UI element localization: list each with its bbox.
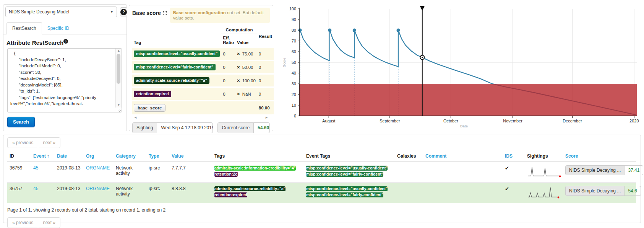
org-link[interactable]: ORGNAME [86,165,110,171]
sightings-sparkline [525,162,563,183]
column-header-type[interactable]: Type [146,151,169,162]
horizontal-scrollbar[interactable]: ◄ ► [132,116,270,119]
attribute-type: ip-src [146,162,169,183]
check-icon: ✔ [505,186,509,192]
tab-specific-id[interactable]: Specific ID [42,23,75,34]
scrollbar-thumb[interactable] [117,54,120,84]
tag-pill[interactable]: misp:confidence-level="usually-confident… [306,186,388,191]
resize-grip-icon[interactable] [117,107,121,112]
column-header-score[interactable]: Score [563,151,636,162]
multiply-icon: × [237,78,240,83]
base-score-row: misp:confidence-level="fairly-confident"… [132,60,274,74]
next-page-button[interactable]: next » [38,138,60,148]
previous-page-button[interactable]: « previous [8,218,38,228]
column-header-category[interactable]: Category [114,151,146,162]
search-button[interactable]: Search [7,117,35,127]
tab-restsearch[interactable]: RestSearch [6,22,42,34]
tag-pill: admiralty-scale:source-reliability="a" [134,77,209,84]
decay-score-box[interactable]: NIDS Simple Decaying ... 37.41 [565,165,643,175]
pagination-top: « previous next » [7,137,60,148]
multiply-icon: × [237,64,240,70]
tag-pill[interactable]: misp:confidence-level="usually-confident… [306,166,388,171]
decay-score-value: 37.41 [625,166,643,175]
sparkline-chart [527,165,561,178]
latest-sighting-dot [558,197,560,199]
next-page-button[interactable]: next » [38,218,60,228]
base-score-warning: Base score configuration not set. But de… [170,8,270,23]
ids-flag: ✔ [503,162,525,183]
x-tick-label: December [563,119,582,123]
result-value: 0 [257,60,274,74]
tag-pill: retention:expired [134,91,171,97]
y-tick-label: 100 [289,7,296,11]
tag-pill[interactable]: retention:expired [214,192,247,197]
previous-page-button[interactable]: « previous [8,138,38,148]
tag-pill[interactable]: admiralty-scale:information-credibility=… [214,166,296,171]
org-link[interactable]: ORGNAME [86,186,110,191]
scroll-down-icon[interactable]: ▼ [116,103,122,107]
event-link[interactable]: 45 [33,186,38,191]
x-tick-label: October [443,119,458,123]
misp-decaying-model-tool: NIDS Simple Decaying Model ▼ ? RestSearc… [0,0,644,228]
x-tick-label: September [380,119,400,123]
decaying-model-select[interactable]: NIDS Simple Decaying Model ▼ [5,7,117,17]
sighting-label: Sighting [133,123,157,133]
latest-sighting-dot [559,176,561,178]
col-header-tag: Tag [132,26,221,47]
restsearch-query-textarea[interactable]: { "includeDecayScore": 1, "includeFullMo… [7,48,122,112]
event-tags: misp:confidence-level="usually-confident… [304,183,395,204]
tag-pill[interactable]: misp:confidence-level="fairly-confident" [306,192,383,197]
sighting-point [396,29,400,32]
decaying-model-select-value: NIDS Simple Decaying Model [9,9,69,15]
model-help-button[interactable]: ? [120,7,127,16]
decay-model-name: NIDS Simple Decaying ... [566,186,625,195]
decay-score-box[interactable]: NIDS Simple Decaying ... 54.6 [565,186,641,196]
sighting-group: Sighting Wed Sep 4 12:18:09 2019 [132,122,213,133]
search-tabs: RestSearchSpecific ID [3,20,127,34]
current-score-value: 54.60 [254,123,270,133]
sighting-point [353,29,356,32]
expand-icon[interactable] [163,11,167,15]
tag-pill[interactable]: admiralty-scale:source-reliability="a" [214,186,286,191]
textarea-scrollbar[interactable]: ▲ ▼ [115,49,122,107]
tag-pill: misp:confidence-level="usually-confident… [134,50,220,57]
x-tick-label: 2020 [629,119,639,123]
column-header-value[interactable]: Value [169,151,212,162]
col-header-eff-ratio: Eff. Ratio [221,34,235,47]
tag-pill[interactable]: retention:2d [214,172,238,177]
scroll-right-icon[interactable]: ► [265,116,268,119]
sort-asc-icon: ↑ [47,153,49,159]
pagination-bottom: « previous next » [7,217,60,228]
event-link[interactable]: 45 [33,165,38,171]
col-header-result: Result [257,26,274,47]
attribute-date: 2019-08-13 [55,162,84,183]
base-score-row: admiralty-scale:source-reliability="a" 0… [132,74,274,87]
decay-score-value: 54.6 [625,186,640,195]
column-header-date[interactable]: Date [55,151,84,162]
restsearch-query-text: { "includeDecayScore": 1, "includeFullMo… [10,50,114,111]
computation-value: ×100.00 [235,74,257,87]
tag-pill: misp:confidence-level="fairly-confident" [134,64,216,70]
column-header-event[interactable]: Event↑ [31,151,55,162]
y-tick-label: 90 [292,17,296,22]
computation-value: ×NaN [235,87,257,101]
y-tick-label: 60 [292,49,296,54]
col-header-computation: Computation [221,26,257,34]
eff-ratio-value: 0 [221,47,235,60]
sighting-value: Wed Sep 4 12:18:09 2019 [157,123,213,133]
table-row: 36757 45 2019-08-13 ORGNAME Network acti… [7,183,636,204]
comment-cell [423,183,503,204]
column-header-org[interactable]: Org [84,151,114,162]
y-tick-label: 20 [292,92,296,97]
cutoff-threshold-band [299,84,637,116]
computation-value: ×75.00 [235,47,257,60]
column-header-comment[interactable]: Comment [423,151,503,162]
decay-model-name: NIDS Simple Decaying ... [566,166,625,175]
tag-pill[interactable]: misp:confidence-level="fairly-confident" [306,172,383,177]
scroll-left-icon[interactable]: ◄ [134,116,137,119]
eff-ratio-value: 0 [221,74,235,87]
column-header-ids[interactable]: IDS [503,151,525,162]
question-icon: ? [120,9,127,15]
scroll-up-icon[interactable]: ▲ [116,49,122,53]
heading-help-icon: ? [63,39,68,44]
